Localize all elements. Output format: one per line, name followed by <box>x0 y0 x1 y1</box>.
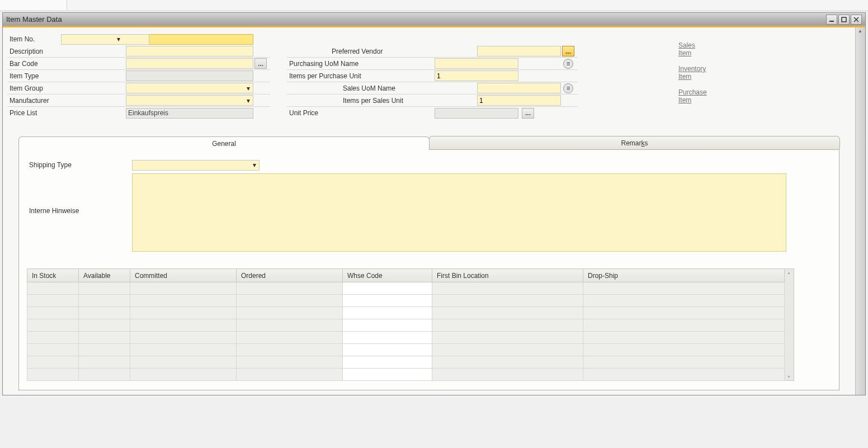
grid-cell[interactable] <box>27 282 79 295</box>
maximize-button[interactable] <box>838 15 850 25</box>
close-button[interactable] <box>851 15 862 25</box>
grid-cell[interactable] <box>583 344 785 356</box>
manufacturer-input[interactable] <box>126 95 253 106</box>
table-row[interactable] <box>27 369 785 381</box>
grid-cell[interactable] <box>583 332 785 344</box>
grid-cell[interactable] <box>79 295 130 307</box>
description-input[interactable] <box>126 46 253 56</box>
grid-cell[interactable] <box>130 356 237 369</box>
grid-cell[interactable] <box>583 319 785 332</box>
grid-cell[interactable] <box>130 369 237 381</box>
grid-cell[interactable] <box>432 344 583 356</box>
col-in-stock[interactable]: In Stock <box>27 269 79 282</box>
table-row[interactable] <box>27 344 785 356</box>
minimize-button[interactable] <box>826 15 837 25</box>
col-first-bin[interactable]: First Bin Location <box>432 269 583 282</box>
barcode-lookup-button[interactable]: ... <box>254 58 267 69</box>
grid-cell[interactable] <box>343 282 432 295</box>
grid-cell[interactable] <box>583 356 785 369</box>
grid-cell[interactable] <box>343 369 432 381</box>
purchase-item-link[interactable]: Purchase Item <box>678 88 690 104</box>
table-row[interactable] <box>27 307 785 319</box>
table-row[interactable] <box>27 319 785 332</box>
inventory-item-link[interactable]: Inventory Item <box>678 65 690 81</box>
table-row[interactable] <box>27 332 785 344</box>
grid-cell[interactable] <box>432 356 583 369</box>
col-ordered[interactable]: Ordered <box>237 269 343 282</box>
item-type-input[interactable] <box>126 70 253 81</box>
grid-cell[interactable] <box>27 319 79 332</box>
grid-cell[interactable] <box>27 307 79 319</box>
col-available[interactable]: Available <box>79 269 130 282</box>
grid-cell[interactable] <box>237 332 343 344</box>
preferred-vendor-input[interactable] <box>477 46 561 56</box>
grid-cell[interactable] <box>432 332 583 344</box>
col-whse-code[interactable]: Whse Code <box>343 269 432 282</box>
grid-cell[interactable] <box>237 295 343 307</box>
sales-uom-input[interactable] <box>477 83 561 93</box>
grid-cell[interactable] <box>79 344 130 356</box>
grid-cell[interactable] <box>343 307 432 319</box>
grid-cell[interactable] <box>583 307 785 319</box>
grid-cell[interactable] <box>583 369 785 381</box>
grid-cell[interactable] <box>432 295 583 307</box>
grid-cell[interactable] <box>79 319 130 332</box>
grid-cell[interactable] <box>79 369 130 381</box>
grid-cell[interactable] <box>432 282 583 295</box>
grid-cell[interactable] <box>237 356 343 369</box>
grid-cell[interactable] <box>27 356 79 369</box>
grid-scrollbar[interactable] <box>785 268 794 381</box>
grid-cell[interactable] <box>343 332 432 344</box>
grid-cell[interactable] <box>343 356 432 369</box>
grid-cell[interactable] <box>130 344 237 356</box>
grid-cell[interactable] <box>79 356 130 369</box>
grid-cell[interactable] <box>27 332 79 344</box>
col-committed[interactable]: Committed <box>130 269 237 282</box>
unit-price-input[interactable] <box>435 108 518 119</box>
grid-cell[interactable] <box>237 319 343 332</box>
item-group-combo[interactable]: ▾ <box>126 83 253 93</box>
grid-cell[interactable] <box>79 307 130 319</box>
grid-cell[interactable] <box>237 307 343 319</box>
col-drop-ship[interactable]: Drop-Ship <box>583 269 785 282</box>
unit-price-lookup-button[interactable]: ... <box>522 108 534 119</box>
grid-cell[interactable] <box>237 369 343 381</box>
item-no-series-input[interactable] <box>61 34 149 45</box>
internal-notes-textarea[interactable] <box>132 173 786 252</box>
grid-cell[interactable] <box>343 295 432 307</box>
tab-general[interactable]: General <box>18 136 430 150</box>
items-per-purchase-input[interactable] <box>435 70 518 81</box>
manufacturer-combo[interactable]: ▾ <box>126 95 253 106</box>
grid-cell[interactable] <box>130 332 237 344</box>
grid-cell[interactable] <box>130 282 237 295</box>
table-row[interactable] <box>27 295 785 307</box>
preferred-vendor-lookup-button[interactable]: ... <box>562 46 574 56</box>
purchasing-uom-input[interactable] <box>435 58 518 69</box>
grid-cell[interactable] <box>79 332 130 344</box>
purchasing-uom-detail-button[interactable]: ≡ <box>563 59 573 69</box>
sales-item-link[interactable]: Sales Item <box>678 41 690 57</box>
table-row[interactable] <box>27 282 785 295</box>
items-per-sales-input[interactable] <box>477 95 561 106</box>
grid-cell[interactable] <box>130 319 237 332</box>
grid-cell[interactable] <box>130 307 237 319</box>
grid-cell[interactable] <box>343 319 432 332</box>
grid-cell[interactable] <box>237 282 343 295</box>
stock-grid[interactable]: In Stock Available Committed Ordered Whs… <box>27 268 785 381</box>
price-list-input[interactable] <box>126 108 253 119</box>
table-row[interactable] <box>27 356 785 369</box>
grid-cell[interactable] <box>583 295 785 307</box>
item-no-series-combo[interactable]: ▾ <box>61 34 124 45</box>
tab-remarks[interactable]: Remarks <box>429 136 840 149</box>
sales-uom-detail-button[interactable]: ≡ <box>563 83 573 93</box>
window-scrollbar[interactable] <box>855 27 865 395</box>
grid-cell[interactable] <box>432 369 583 381</box>
grid-cell[interactable] <box>583 282 785 295</box>
grid-cell[interactable] <box>27 344 79 356</box>
grid-cell[interactable] <box>432 319 583 332</box>
grid-cell[interactable] <box>79 282 130 295</box>
grid-cell[interactable] <box>343 344 432 356</box>
barcode-input[interactable] <box>126 58 253 69</box>
shipping-type-input[interactable] <box>132 160 260 171</box>
grid-cell[interactable] <box>27 369 79 381</box>
